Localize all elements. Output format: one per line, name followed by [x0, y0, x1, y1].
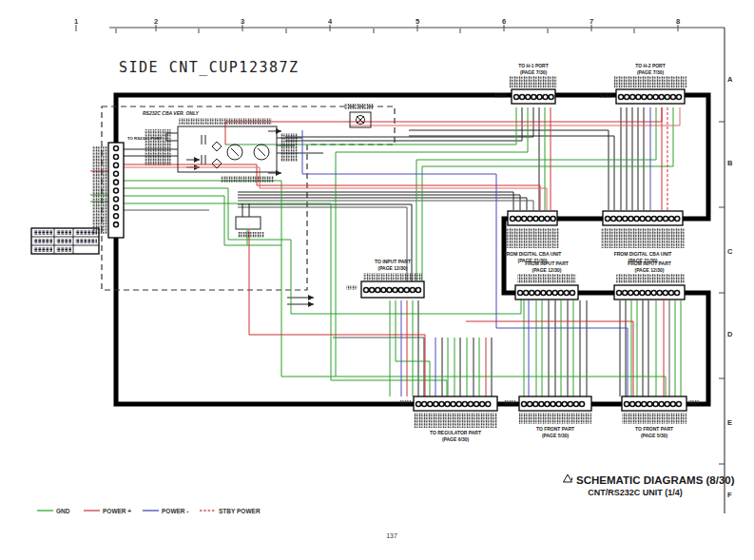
- wire: [336, 107, 528, 377]
- table-cell: [33, 247, 52, 252]
- ruler-row-label: C: [727, 247, 733, 256]
- rs232c-components: [145, 104, 373, 238]
- connector-page: (PAGE 7/30): [520, 69, 548, 75]
- micro-label: [221, 176, 274, 183]
- signal-wires: [124, 107, 669, 396]
- ruler-col-label: 6: [502, 17, 506, 26]
- connector-page: (PAGE 5/30): [542, 433, 570, 438]
- ruler-row-label: E: [727, 418, 732, 427]
- connector-ref: [504, 400, 515, 405]
- connector-ref: [399, 400, 411, 405]
- ic-symbol: [178, 126, 277, 172]
- connector-ref: [599, 93, 610, 98]
- power-plus-wires: [90, 107, 680, 396]
- connector-ref: [494, 93, 506, 98]
- pin-labels: [363, 273, 422, 280]
- connector-label: TO H-1 PORT: [518, 63, 549, 68]
- connector-bottom1: TO REGULATOR PART (PAGE 6/30): [399, 396, 497, 442]
- table-cell: [75, 239, 97, 243]
- connector-page: (PAGE 5/30): [641, 433, 668, 438]
- connector-page: (PAGE 12/30): [377, 265, 407, 271]
- connector-ref: [346, 285, 358, 290]
- unit-title: CNT/RS232C UNIT (1/4): [588, 488, 683, 497]
- table-cell: [33, 230, 52, 235]
- connector-input1: FROM INPUT PART (PAGE 12/30): [515, 261, 578, 299]
- page-title: SIDE CNT_CUP12387Z: [119, 59, 300, 76]
- legend-label: POWER -: [162, 508, 189, 514]
- pin-labels: [622, 413, 686, 424]
- table-cell: [56, 247, 71, 252]
- connector-label: TO FRONT PART: [635, 426, 673, 432]
- pin-labels: [601, 228, 685, 248]
- micro-label: [344, 104, 373, 109]
- connector-label: FROM INPUT PART: [628, 261, 671, 266]
- pin-labels: [614, 76, 686, 87]
- relay-detail: [357, 116, 364, 124]
- connector-top1: TO H-1 PORT (PAGE 7/30): [494, 63, 557, 104]
- ruler-row-label: B: [727, 159, 733, 167]
- schematic-page: 1 2 3 4 5 6 7 8 A B C D E F SIDE CNT_CUP…: [0, 0, 754, 560]
- micro-label: [238, 232, 264, 238]
- micro-label: [280, 133, 298, 162]
- transistor-detail: [231, 148, 265, 156]
- ruler-row-label: F: [727, 491, 732, 499]
- legend-label: POWER +: [103, 508, 131, 514]
- connector-label: TO FRONT PART: [536, 426, 574, 432]
- legend-label: STBY POWER: [219, 508, 261, 514]
- connector-board: TO INPUT PART (PAGE 12/30): [346, 259, 424, 298]
- schematic-canvas: 1 2 3 4 5 6 7 8 A B C D E F SIDE CNT_CUP…: [0, 0, 754, 560]
- ruler-col-label: 3: [241, 17, 244, 26]
- connector-ref: [688, 400, 700, 405]
- pin-labels: [519, 413, 591, 424]
- wire: [302, 130, 628, 396]
- connector-label: TO RS232C PORT: [127, 136, 163, 141]
- wire: [448, 338, 479, 396]
- connector-label: TO INPUT PART: [375, 259, 411, 264]
- pin-labels: [616, 274, 685, 283]
- wire: [409, 136, 614, 210]
- option-note: RS232C CBA VER. ONLY: [143, 110, 200, 116]
- ruler-ticks: [719, 122, 725, 464]
- ruler-col-label: 5: [416, 17, 419, 26]
- pin-labels: [414, 413, 497, 428]
- table-cell: [33, 239, 52, 243]
- wire-legend: GND POWER + POWER - STBY POWER: [37, 508, 261, 514]
- pin-labels: [506, 228, 559, 248]
- connector-page: (PAGE 7/30): [637, 69, 665, 75]
- connector-mid1: FROM DIGITAL CBA UNIT (PAGE 21/30): [504, 211, 562, 263]
- diode-symbol: [212, 142, 222, 151]
- ruler-row-label: D: [727, 330, 733, 338]
- ruler-row-label: A: [727, 75, 733, 84]
- right-ruler: A B C D E F: [719, 28, 733, 513]
- connector-mid2: FROM DIGITAL CBA UNIT (PAGE 21/30): [601, 211, 685, 263]
- gnd-wires: [90, 107, 681, 396]
- table-cell: [56, 239, 71, 243]
- table-cell: [56, 230, 71, 235]
- ruler-col-label: 2: [154, 17, 158, 26]
- diagram-title: SCHEMATIC DIAGRAMS (8/30): [576, 474, 735, 486]
- ruler-col-label: 1: [74, 17, 78, 26]
- top-ruler: 1 2 3 4 5 6 7 8: [74, 17, 725, 33]
- wire: [238, 201, 533, 210]
- connector-page: (PAGE 6/30): [442, 436, 470, 442]
- revision-table: [31, 228, 99, 254]
- warning-icon: [564, 474, 572, 482]
- wire: [631, 300, 681, 396]
- pin-labels: [92, 146, 107, 234]
- connector-label: FROM DIGITAL CBA UNIT: [614, 251, 672, 257]
- wire: [124, 203, 447, 396]
- wire: [238, 195, 520, 210]
- pin-labels: [517, 274, 576, 283]
- connector-page: (PAGE 12/30): [532, 267, 561, 273]
- connector-input2: FROM INPUT PART (PAGE 12/30): [614, 261, 685, 299]
- component-leads: [242, 203, 249, 217]
- wire: [350, 107, 680, 126]
- wire: [466, 321, 633, 396]
- micro-label: [179, 118, 272, 125]
- connector-label: TO H-2 PORT: [635, 63, 666, 68]
- connector-label: TO REGULATOR PART: [430, 430, 481, 435]
- connector-label: FROM INPUT PART: [525, 261, 569, 266]
- power-minus-wires: [302, 107, 650, 396]
- ruler-col-label: 7: [590, 17, 593, 26]
- connector-page: (PAGE 12/30): [634, 267, 664, 273]
